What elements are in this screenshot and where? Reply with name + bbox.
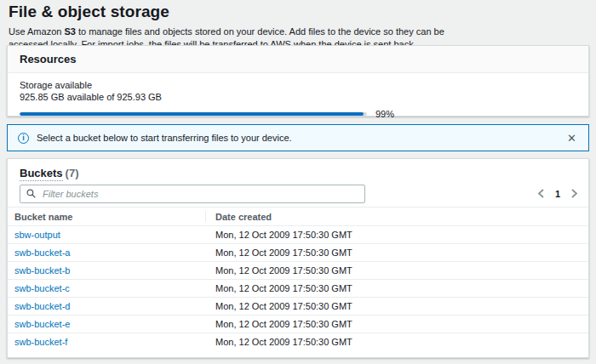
previous-page-button[interactable] bbox=[534, 187, 548, 200]
resources-panel-header: Resources bbox=[8, 46, 588, 73]
description-s3-emphasis: S3 bbox=[64, 26, 75, 37]
bucket-name-cell: swb-bucket-e bbox=[8, 316, 205, 333]
bucket-link[interactable]: swb-bucket-b bbox=[14, 265, 70, 276]
table-row: swb-bucket-bMon, 12 Oct 2009 17:50:30 GM… bbox=[8, 262, 588, 280]
banner-close-button[interactable]: ✕ bbox=[565, 133, 578, 144]
pagination: 1 bbox=[534, 187, 582, 200]
filter-buckets-input[interactable] bbox=[41, 188, 358, 200]
bucket-date-cell: Mon, 12 Oct 2009 17:50:30 GMT bbox=[205, 333, 588, 351]
bucket-name-cell: swb-bucket-c bbox=[8, 280, 205, 298]
table-row: swb-bucket-dMon, 12 Oct 2009 17:50:30 GM… bbox=[8, 298, 588, 316]
bucket-date-cell: Mon, 12 Oct 2009 17:50:30 GMT bbox=[205, 280, 588, 298]
bucket-name-cell: sbw-output bbox=[8, 226, 205, 244]
file-object-storage-page: File & object storage Use Amazon S3 to m… bbox=[0, 0, 596, 364]
bucket-link[interactable]: swb-bucket-f bbox=[14, 337, 67, 347]
info-banner-message: Select a bucket below to start transferr… bbox=[37, 133, 565, 143]
table-row: sbw-outputMon, 12 Oct 2009 17:50:30 GMT bbox=[8, 226, 588, 244]
table-row: swb-bucket-cMon, 12 Oct 2009 17:50:30 GM… bbox=[8, 280, 588, 298]
bucket-link[interactable]: swb-bucket-c bbox=[14, 283, 70, 293]
info-banner: i Select a bucket below to start transfe… bbox=[7, 124, 589, 151]
bucket-date-cell: Mon, 12 Oct 2009 17:50:30 GMT bbox=[205, 262, 588, 280]
buckets-controls: 1 bbox=[8, 179, 588, 207]
page-title: File & object storage bbox=[9, 3, 553, 21]
column-header-date-created[interactable]: Date created bbox=[205, 208, 588, 226]
bucket-date-cell: Mon, 12 Oct 2009 17:50:30 GMT bbox=[205, 226, 588, 244]
description-text: Use Amazon bbox=[9, 26, 64, 37]
bucket-name-cell: swb-bucket-b bbox=[8, 262, 205, 280]
info-icon: i bbox=[18, 133, 29, 144]
next-page-button[interactable] bbox=[567, 187, 582, 200]
page-header: File & object storage Use Amazon S3 to m… bbox=[9, 3, 553, 51]
bucket-date-cell: Mon, 12 Oct 2009 17:50:30 GMT bbox=[205, 298, 588, 316]
buckets-title[interactable]: Buckets bbox=[20, 167, 63, 181]
bucket-link[interactable]: swb-bucket-d bbox=[14, 301, 70, 311]
storage-progress: 99% bbox=[20, 109, 576, 119]
bucket-date-cell: Mon, 12 Oct 2009 17:50:30 GMT bbox=[205, 244, 588, 262]
bucket-name-cell: swb-bucket-f bbox=[8, 333, 205, 351]
chevron-left-icon bbox=[537, 189, 545, 198]
storage-available-label: Storage available bbox=[20, 80, 576, 90]
bucket-date-cell: Mon, 12 Oct 2009 17:50:30 GMT bbox=[205, 316, 588, 333]
buckets-count: (7) bbox=[66, 167, 79, 179]
bucket-name-cell: swb-bucket-a bbox=[8, 244, 205, 262]
buckets-panel: Buckets(7) 1 bbox=[7, 158, 589, 358]
bucket-link[interactable]: sbw-output bbox=[14, 230, 60, 240]
table-row: swb-bucket-fMon, 12 Oct 2009 17:50:30 GM… bbox=[8, 333, 588, 351]
table-row: swb-bucket-aMon, 12 Oct 2009 17:50:30 GM… bbox=[8, 244, 588, 262]
bucket-link[interactable]: swb-bucket-a bbox=[14, 247, 70, 258]
bucket-link[interactable]: swb-bucket-e bbox=[14, 319, 70, 329]
current-page-number[interactable]: 1 bbox=[555, 189, 560, 199]
filter-box[interactable] bbox=[20, 185, 365, 203]
table-header-row: Bucket name Date created bbox=[8, 208, 588, 226]
table-row: swb-bucket-eMon, 12 Oct 2009 17:50:30 GM… bbox=[8, 316, 588, 333]
buckets-heading: Buckets(7) bbox=[8, 159, 588, 179]
storage-progress-percent: 99% bbox=[375, 109, 394, 119]
resources-panel: Resources Storage available 925.85 GB av… bbox=[7, 45, 589, 117]
close-icon: ✕ bbox=[567, 132, 576, 145]
storage-available-value: 925.85 GB available of 925.93 GB bbox=[20, 92, 576, 102]
storage-progress-track bbox=[20, 112, 367, 116]
column-header-bucket-name[interactable]: Bucket name bbox=[8, 208, 205, 226]
buckets-table-body: sbw-outputMon, 12 Oct 2009 17:50:30 GMTs… bbox=[8, 226, 588, 351]
chevron-right-icon bbox=[570, 189, 578, 198]
search-icon bbox=[26, 189, 36, 198]
storage-progress-fill bbox=[20, 112, 364, 116]
buckets-table: Bucket name Date created sbw-outputMon, … bbox=[8, 207, 588, 351]
resources-panel-body: Storage available 925.85 GB available of… bbox=[8, 73, 588, 119]
bucket-name-cell: swb-bucket-d bbox=[8, 298, 205, 316]
